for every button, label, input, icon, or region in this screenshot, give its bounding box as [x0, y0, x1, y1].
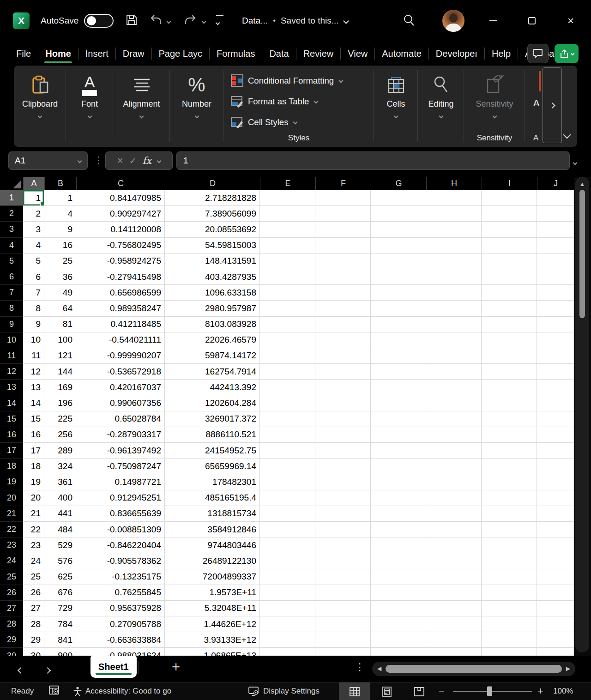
cell-B13[interactable]: 169	[44, 380, 76, 395]
row-header-3[interactable]: 3	[0, 222, 23, 237]
cell-H5[interactable]	[426, 253, 482, 269]
cell-D19[interactable]: 178482301	[165, 474, 260, 490]
row-header-16[interactable]: 16	[0, 427, 23, 443]
undo-icon[interactable]	[150, 14, 163, 28]
cell-I30[interactable]	[482, 648, 537, 656]
comments-button[interactable]	[527, 44, 549, 63]
cell-J27[interactable]	[537, 601, 574, 616]
cell-I21[interactable]	[482, 506, 537, 522]
cell-C3[interactable]: 0.141120008	[76, 222, 165, 237]
cell-J4[interactable]	[537, 238, 574, 253]
cell-B14[interactable]: 196	[44, 395, 76, 411]
cell-D17[interactable]: 24154952.75	[165, 443, 260, 459]
cell-H27[interactable]	[426, 601, 482, 616]
cell-J6[interactable]	[537, 269, 574, 285]
cell-H10[interactable]	[426, 332, 482, 348]
cell-H14[interactable]	[426, 395, 482, 411]
cell-D5[interactable]: 148.4131591	[165, 253, 260, 269]
cell-A22[interactable]: 22	[23, 522, 44, 537]
cell-J28[interactable]	[537, 616, 574, 632]
macro-record-icon[interactable]	[49, 686, 59, 697]
cell-B17[interactable]: 289	[44, 443, 76, 459]
cell-B3[interactable]: 9	[44, 222, 76, 237]
cell-C14[interactable]: 0.990607356	[76, 395, 165, 411]
cell-E30[interactable]	[260, 648, 315, 656]
vertical-scrollbar[interactable]: ▲	[574, 177, 591, 656]
cell-I8[interactable]	[482, 301, 537, 316]
cell-I28[interactable]	[482, 616, 537, 632]
cell-E9[interactable]	[260, 317, 315, 332]
cell-J5[interactable]	[537, 253, 574, 269]
cell-G4[interactable]	[371, 238, 426, 253]
row-header-21[interactable]: 21	[0, 506, 23, 522]
cell-J24[interactable]	[537, 553, 574, 569]
cell-I22[interactable]	[482, 522, 537, 537]
cell-F22[interactable]	[315, 522, 371, 537]
maximize-button[interactable]	[519, 0, 544, 42]
cell-G19[interactable]	[371, 474, 426, 490]
share-button[interactable]	[555, 44, 579, 63]
cell-J26[interactable]	[537, 585, 574, 601]
cell-B23[interactable]: 529	[44, 537, 76, 553]
cell-B28[interactable]: 784	[44, 616, 76, 632]
tab-formulas[interactable]: Formulas	[210, 42, 262, 66]
cell-D20[interactable]: 485165195.4	[165, 490, 260, 506]
tab-help[interactable]: Help	[485, 42, 518, 66]
cell-C30[interactable]: -0.988031624	[76, 648, 165, 656]
cell-I6[interactable]	[482, 269, 537, 285]
cell-B7[interactable]: 49	[44, 285, 76, 301]
cell-G21[interactable]	[371, 506, 426, 522]
column-header-G[interactable]: G	[371, 177, 426, 190]
cell-J1[interactable]	[537, 190, 574, 206]
cell-A29[interactable]: 29	[23, 632, 44, 648]
cell-B21[interactable]: 441	[44, 506, 76, 522]
cell-D21[interactable]: 1318815734	[165, 506, 260, 522]
cell-D18[interactable]: 65659969.14	[165, 459, 260, 474]
cell-G16[interactable]	[371, 427, 426, 443]
cell-C4[interactable]: -0.756802495	[76, 238, 165, 253]
cell-A6[interactable]: 6	[23, 269, 44, 285]
name-box[interactable]: A1	[8, 151, 88, 170]
cell-H1[interactable]	[426, 190, 482, 206]
cell-E2[interactable]	[260, 206, 315, 222]
row-header-30[interactable]: 30	[0, 648, 23, 656]
cell-C28[interactable]: 0.270905788	[76, 616, 165, 632]
cell-D16[interactable]: 8886110.521	[165, 427, 260, 443]
ribbon-expand-button[interactable]	[543, 67, 562, 143]
cell-I19[interactable]	[482, 474, 537, 490]
cell-A25[interactable]: 25	[23, 569, 44, 585]
cell-E18[interactable]	[260, 459, 315, 474]
cell-F9[interactable]	[315, 317, 371, 332]
cell-F10[interactable]	[315, 332, 371, 348]
cell-F14[interactable]	[315, 395, 371, 411]
cell-B15[interactable]: 225	[44, 411, 76, 427]
editing-group-button[interactable]: Editing	[418, 66, 464, 147]
cell-F28[interactable]	[315, 616, 371, 632]
cell-H26[interactable]	[426, 585, 482, 601]
alignment-group-button[interactable]: Alignment	[113, 66, 170, 147]
vertical-scrollbar-track[interactable]: ▲	[575, 177, 589, 652]
cell-H6[interactable]	[426, 269, 482, 285]
cell-H11[interactable]	[426, 348, 482, 364]
cell-B19[interactable]: 361	[44, 474, 76, 490]
cell-I1[interactable]	[482, 190, 537, 206]
cell-H20[interactable]	[426, 490, 482, 506]
cell-C1[interactable]: 0.841470985	[76, 190, 165, 206]
cell-E12[interactable]	[260, 364, 315, 380]
cell-J15[interactable]	[537, 411, 574, 427]
row-header-25[interactable]: 25	[0, 569, 23, 585]
cell-G28[interactable]	[371, 616, 426, 632]
number-group-button[interactable]: % Number	[170, 66, 223, 147]
page-break-preview-button[interactable]	[404, 682, 435, 700]
column-header-A[interactable]: A	[23, 177, 44, 190]
cell-G24[interactable]	[371, 553, 426, 569]
tab-pagelayc[interactable]: Page Layc	[152, 42, 210, 66]
close-button[interactable]: ×	[558, 0, 583, 42]
row-header-22[interactable]: 22	[0, 522, 23, 537]
cell-J19[interactable]	[537, 474, 574, 490]
tab-draw[interactable]: Draw	[116, 42, 151, 66]
cell-F2[interactable]	[315, 206, 371, 222]
cell-C17[interactable]: -0.961397492	[76, 443, 165, 459]
cell-H17[interactable]	[426, 443, 482, 459]
tab-data[interactable]: Data	[262, 42, 296, 66]
